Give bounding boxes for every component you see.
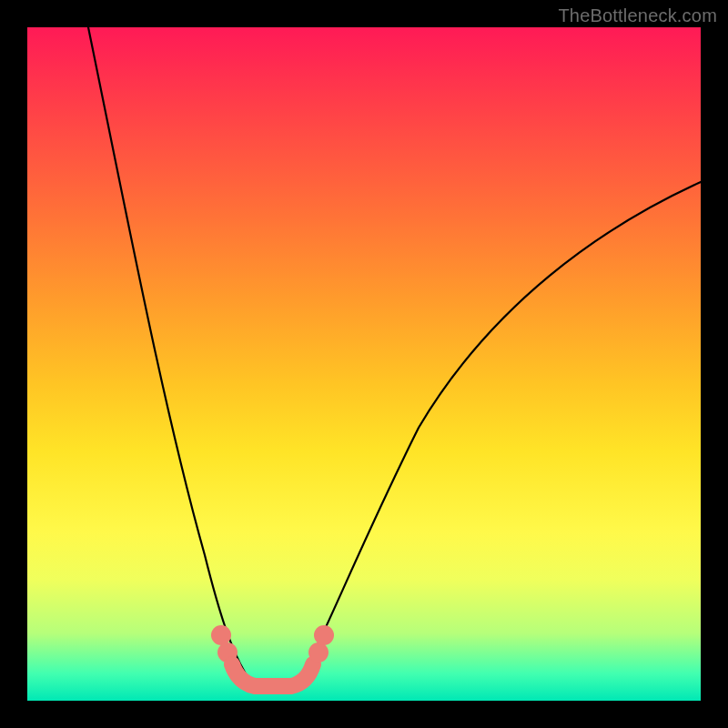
watermark-text: TheBottleneck.com — [558, 5, 717, 26]
right-bottleneck-curve — [300, 182, 701, 681]
band-marker-dot — [211, 625, 231, 645]
band-marker-dot — [308, 642, 329, 662]
band-marker-dot — [314, 625, 334, 645]
chart-svg — [27, 27, 701, 701]
left-bottleneck-curve — [88, 27, 250, 681]
chart-plot-area — [27, 27, 701, 701]
optimal-band — [232, 664, 313, 686]
